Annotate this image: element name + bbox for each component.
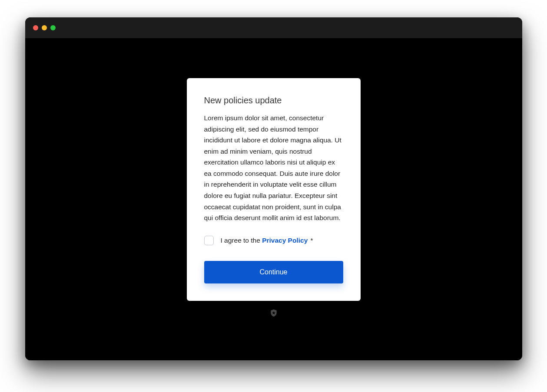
window-minimize-button[interactable] [42, 25, 47, 30]
required-indicator: * [308, 237, 313, 244]
shield-star-icon [269, 309, 278, 317]
agree-label: I agree to the Privacy Policy * [221, 237, 313, 244]
agree-prefix-text: I agree to the [221, 237, 262, 244]
privacy-policy-link[interactable]: Privacy Policy [262, 237, 308, 244]
agree-row: I agree to the Privacy Policy * [204, 236, 343, 245]
dialog-title: New policies update [204, 96, 343, 105]
dialog-body: Lorem ipsum dolor sit amet, consectetur … [204, 112, 343, 224]
continue-button[interactable]: Continue [204, 261, 343, 283]
window-titlebar [25, 17, 522, 38]
window-maximize-button[interactable] [50, 25, 56, 30]
window-close-button[interactable] [33, 25, 38, 30]
content-area: New policies update Lorem ipsum dolor si… [25, 38, 522, 360]
policies-dialog: New policies update Lorem ipsum dolor si… [187, 78, 361, 301]
agree-checkbox[interactable] [204, 236, 214, 245]
app-window: New policies update Lorem ipsum dolor si… [25, 17, 522, 360]
